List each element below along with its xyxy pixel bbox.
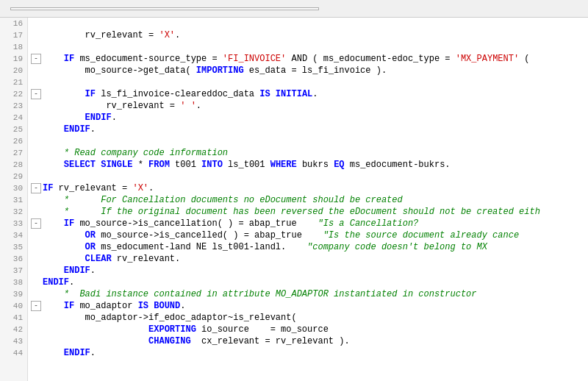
- line-number: 41: [0, 312, 27, 324]
- line-number: 19: [0, 53, 27, 65]
- method-value: [10, 7, 319, 10]
- expand-icon[interactable]: -: [31, 183, 41, 193]
- line-number: 39: [0, 288, 27, 300]
- code-token: ENDIF: [64, 266, 90, 276]
- line-number: 30: [0, 182, 27, 194]
- code-token: IF: [64, 54, 74, 64]
- expand-icon[interactable]: -: [31, 301, 41, 311]
- indent: [43, 148, 64, 158]
- code-token: 'X': [159, 30, 175, 40]
- indent: [43, 324, 148, 335]
- line-number: 23: [0, 100, 27, 112]
- code-token: .: [175, 30, 180, 40]
- code-token: 'FI_INVOICE': [223, 54, 286, 64]
- code-token: IF: [64, 301, 74, 311]
- code-token: ENDIF: [85, 113, 112, 123]
- code-token: t001: [170, 160, 201, 170]
- code-container: 1617181920212223242526272829303132333435…: [0, 18, 588, 381]
- code-line: OR mo_source->is_cancelled( ) = abap_tru…: [28, 229, 588, 241]
- code-token: rv_relevant =: [53, 183, 132, 193]
- line-number: 44: [0, 347, 27, 359]
- code-token: ls_fi_invoice-cleareddoc_data: [96, 89, 259, 99]
- code-token: mo_source->get_data(: [85, 65, 196, 76]
- code-token: .: [90, 348, 96, 358]
- line-number: 42: [0, 324, 27, 335]
- code-token: rv_relevant.: [112, 254, 181, 264]
- code-token: "Is a Cancellation?: [318, 218, 418, 229]
- line-number: 34: [0, 229, 27, 241]
- code-token: mo_source->is_cancellation( ) = abap_tru…: [74, 218, 318, 229]
- line-number: 40: [0, 300, 27, 312]
- code-token: (: [519, 54, 529, 64]
- code-lines: rv_relevant = 'X'.- IF ms_edocument-sour…: [28, 18, 588, 381]
- code-token: CHANGING: [148, 336, 191, 346]
- code-line: CLEAR rv_relevant.: [28, 253, 588, 265]
- indent: [43, 113, 85, 123]
- expand-icon[interactable]: -: [31, 89, 41, 99]
- code-token: IS BOUND: [138, 301, 181, 311]
- code-token: IF: [43, 183, 53, 193]
- code-line: [28, 171, 588, 182]
- code-token: .: [112, 113, 117, 123]
- line-number: 21: [0, 76, 27, 88]
- code-line: CHANGING cx_relevant = rv_relevant ).: [28, 335, 588, 347]
- indent: [43, 124, 64, 135]
- code-token: cx_relevant = rv_relevant ).: [191, 336, 350, 346]
- code-token: .: [180, 301, 185, 311]
- code-token: AND ( ms_edocument-edoc_type =: [286, 54, 455, 64]
- code-line: * For Cancellation documents no eDocumen…: [28, 194, 588, 206]
- indent: [43, 254, 85, 264]
- code-token: OR: [85, 242, 96, 252]
- indent: [43, 218, 64, 229]
- line-number: 33: [0, 218, 27, 229]
- line-number: 43: [0, 335, 27, 347]
- code-line: mo_source->get_data( IMPORTING es_data =…: [28, 65, 588, 76]
- code-token: ENDIF: [64, 124, 90, 135]
- code-token: .: [196, 101, 201, 111]
- code-line: [28, 76, 588, 88]
- code-line: ENDIF.: [28, 277, 588, 288]
- code-token: * Badi instance contained in attribute M…: [64, 289, 477, 299]
- line-number: 35: [0, 241, 27, 253]
- code-token: mo_source->is_cancelled( ) = abap_true: [96, 230, 323, 241]
- code-token: ENDIF: [64, 348, 90, 358]
- code-token: ls_t001: [223, 160, 270, 170]
- line-numbers: 1617181920212223242526272829303132333435…: [0, 18, 28, 381]
- code-line: OR ms_edocument-land NE ls_t001-landl. "…: [28, 241, 588, 253]
- code-line: - IF mo_adaptor IS BOUND.: [28, 300, 588, 312]
- line-number: 25: [0, 124, 27, 135]
- line-number: 37: [0, 265, 27, 277]
- indent: [43, 230, 85, 241]
- code-token: * If the original document has been reve…: [64, 207, 540, 217]
- line-number: 38: [0, 277, 27, 288]
- line-number: 20: [0, 65, 27, 76]
- code-token: FROM: [148, 160, 170, 170]
- header-bar: [0, 0, 588, 18]
- line-number: 31: [0, 194, 27, 206]
- indent: [43, 101, 106, 111]
- expand-icon[interactable]: -: [31, 54, 41, 64]
- line-number: 17: [0, 29, 27, 41]
- code-token: EQ: [334, 160, 344, 170]
- indent: [43, 207, 64, 217]
- code-token: IMPORTING: [196, 65, 244, 76]
- code-token: "Is the source document already cance: [323, 230, 519, 241]
- code-token: IF: [85, 89, 96, 99]
- code-line: [28, 41, 588, 53]
- indent: [43, 266, 64, 276]
- code-token: ' ': [180, 101, 196, 111]
- line-number: 27: [0, 147, 27, 159]
- code-line: [28, 18, 588, 29]
- code-token: * Read company code information: [64, 148, 228, 158]
- code-token: ms_edocument-land NE ls_t001-landl.: [96, 242, 307, 252]
- expand-icon[interactable]: -: [31, 218, 41, 229]
- code-token: INTO: [201, 160, 223, 170]
- code-line: * If the original document has been reve…: [28, 206, 588, 218]
- indent: [43, 54, 64, 64]
- line-number: 32: [0, 206, 27, 218]
- line-number: 22: [0, 88, 27, 100]
- indent: [43, 195, 64, 205]
- code-line: * Read company code information: [28, 147, 588, 159]
- code-token: 'X': [132, 183, 148, 193]
- code-token: rv_relevant =: [85, 30, 159, 40]
